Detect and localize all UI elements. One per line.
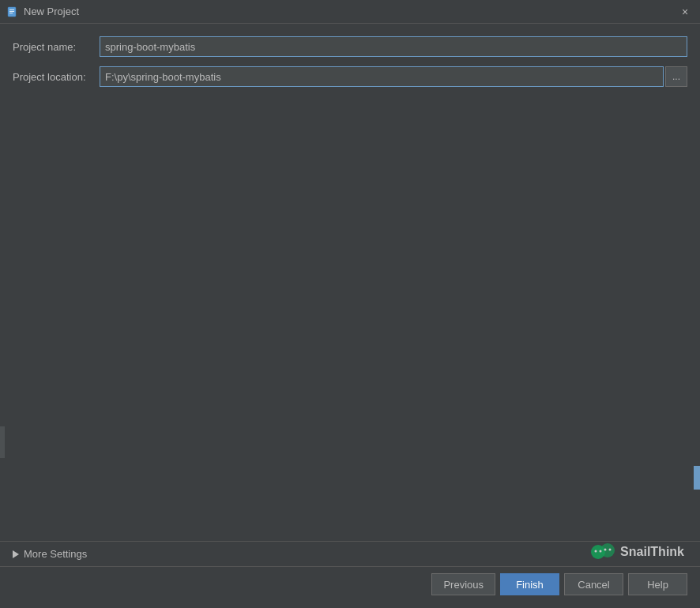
project-name-label: Project name: bbox=[13, 41, 100, 53]
scrollbar-thumb[interactable] bbox=[694, 466, 700, 490]
middle-area bbox=[0, 109, 700, 559]
title-bar-left: New Project bbox=[6, 6, 79, 18]
svg-point-6 bbox=[595, 550, 597, 553]
more-settings-label: More Settings bbox=[24, 548, 87, 560]
help-button[interactable]: Help bbox=[628, 573, 687, 595]
svg-rect-2 bbox=[9, 11, 14, 12]
svg-point-5 bbox=[600, 543, 615, 557]
bottom-section: More Settings SnailThink Previ bbox=[0, 541, 700, 608]
watermark-text: SnailThink bbox=[620, 545, 684, 559]
svg-rect-1 bbox=[9, 9, 14, 10]
project-name-row: Project name: bbox=[13, 36, 687, 57]
project-location-label: Project location: bbox=[13, 71, 100, 83]
scrollbar[interactable] bbox=[694, 24, 700, 482]
svg-point-8 bbox=[604, 549, 607, 551]
finish-button[interactable]: Finish bbox=[500, 573, 559, 595]
left-edge-indicator bbox=[0, 426, 5, 458]
cancel-button[interactable]: Cancel bbox=[564, 573, 623, 595]
watermark: SnailThink bbox=[590, 539, 684, 565]
close-button[interactable]: × bbox=[676, 3, 694, 21]
project-location-input[interactable] bbox=[100, 66, 664, 87]
button-row: Previous Finish Cancel Help bbox=[0, 567, 700, 608]
project-name-input[interactable] bbox=[100, 36, 687, 57]
svg-point-7 bbox=[600, 550, 602, 553]
project-location-row: Project location: ... bbox=[13, 66, 687, 87]
title-bar: New Project × bbox=[0, 0, 700, 24]
new-project-dialog: New Project × Project name: Project loca… bbox=[0, 0, 700, 608]
svg-point-9 bbox=[609, 549, 612, 551]
content-area: Project name: Project location: ... bbox=[0, 24, 700, 109]
new-project-icon bbox=[6, 6, 19, 18]
svg-rect-3 bbox=[9, 13, 13, 13]
snailthink-icon bbox=[590, 539, 615, 565]
dialog-title: New Project bbox=[24, 6, 79, 17]
previous-button[interactable]: Previous bbox=[431, 573, 495, 595]
expand-icon bbox=[13, 550, 19, 558]
browse-button[interactable]: ... bbox=[665, 66, 687, 87]
